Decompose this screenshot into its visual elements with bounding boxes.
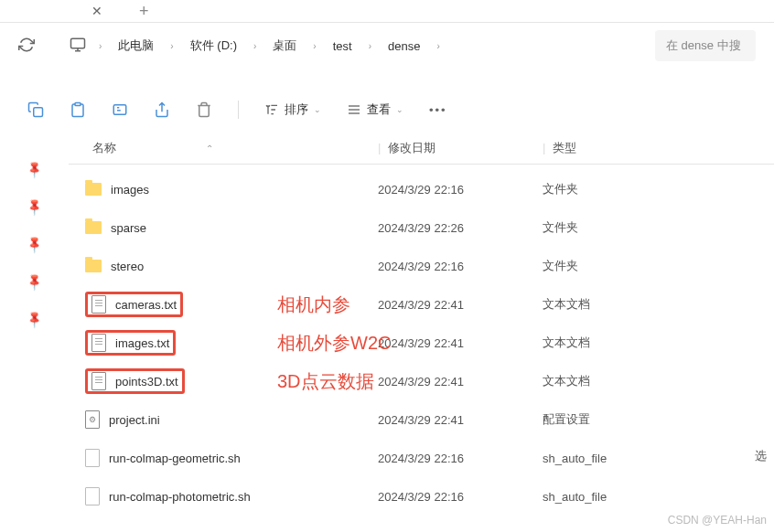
file-row[interactable]: project.ini2024/3/29 22:41配置设置	[69, 400, 774, 439]
pin-icon[interactable]: 📌	[24, 249, 67, 292]
trash-icon[interactable]	[196, 101, 212, 118]
file-name: sparse	[111, 221, 146, 235]
file-name-cell: sparse	[69, 221, 371, 235]
pin-icon[interactable]: 📌	[24, 211, 67, 254]
breadcrumb: › 此电脑 › 软件 (D:) › 桌面 › test › dense ›	[70, 34, 648, 58]
sort-dropdown[interactable]: 排序 ⌄	[264, 101, 321, 118]
file-row[interactable]: images2024/3/29 22:16文件夹	[69, 170, 774, 208]
sort-arrow-icon: ⌃	[206, 144, 213, 154]
column-headers: 名称 ⌃ |修改日期 |类型	[69, 133, 774, 165]
file-row[interactable]: stereo2024/3/29 22:16文件夹	[69, 247, 774, 285]
file-date: 2024/3/29 22:41	[371, 413, 535, 427]
view-label: 查看	[367, 101, 391, 118]
file-list: images2024/3/29 22:16文件夹sparse2024/3/29 …	[69, 165, 774, 521]
svg-rect-3	[34, 108, 43, 117]
breadcrumb-item[interactable]: 此电脑	[111, 34, 161, 58]
file-row[interactable]: 相机外参W2Cimages.txt2024/3/29 22:41文本文档	[69, 324, 774, 362]
file-date: 2024/3/29 22:16	[371, 452, 535, 465]
pin-icon[interactable]: 📌	[24, 286, 67, 329]
nav-bar: › 此电脑 › 软件 (D:) › 桌面 › test › dense › 在 …	[0, 23, 774, 69]
folder-icon	[85, 183, 102, 196]
pin-icon[interactable]: 📌	[24, 174, 67, 217]
share-icon[interactable]	[154, 101, 170, 118]
breadcrumb-item[interactable]: dense	[381, 36, 427, 57]
file-row[interactable]: run-colmap-photometric.sh2024/3/29 22:16…	[69, 477, 774, 516]
file-row[interactable]: 相机内参cameras.txt2024/3/29 22:41文本文档	[69, 285, 774, 324]
chevron-down-icon: ⌄	[396, 105, 403, 114]
svg-rect-4	[75, 103, 81, 106]
chevron-right-icon: ›	[253, 41, 256, 51]
sidebar: 📌 📌 📌 📌 📌	[0, 133, 69, 521]
sort-label: 排序	[285, 101, 308, 118]
file-name: run-colmap-geometric.sh	[109, 452, 241, 465]
file-type: 文件夹	[535, 258, 672, 274]
chevron-right-icon: ›	[170, 41, 173, 51]
copy-icon[interactable]	[27, 101, 44, 118]
folder-icon	[85, 260, 102, 272]
chevron-right-icon: ›	[313, 41, 316, 51]
paste-icon[interactable]	[70, 101, 86, 118]
txt-icon	[91, 372, 106, 390]
tab-bar: ✕ +	[0, 0, 774, 23]
file-name: project.ini	[109, 413, 160, 427]
refresh-icon[interactable]	[18, 37, 35, 56]
file-date: 2024/3/29 22:16	[371, 490, 535, 504]
divider	[238, 101, 239, 119]
svg-rect-0	[71, 38, 85, 48]
file-name: cameras.txt	[115, 298, 177, 312]
file-date: 2024/3/29 22:16	[371, 260, 535, 273]
file-name: images.txt	[115, 336, 169, 350]
annotation: 3D点云数据	[277, 369, 374, 394]
file-type: 配置设置	[535, 411, 672, 428]
file-date: 2024/3/29 22:41	[371, 298, 535, 312]
column-date[interactable]: |修改日期	[371, 140, 535, 156]
file-name-cell: run-colmap-photometric.sh	[69, 487, 371, 505]
sh-icon	[85, 487, 100, 505]
close-icon[interactable]: ✕	[91, 4, 102, 18]
ini-icon	[85, 410, 100, 429]
column-name[interactable]: 名称 ⌃	[69, 140, 371, 156]
breadcrumb-item[interactable]: 桌面	[265, 34, 304, 58]
file-row[interactable]: 3D点云数据points3D.txt2024/3/29 22:41文本文档	[69, 362, 774, 400]
file-row[interactable]: run-colmap-geometric.sh2024/3/29 22:16sh…	[69, 439, 774, 477]
file-type: 文本文档	[535, 296, 672, 313]
breadcrumb-item[interactable]: 软件 (D:)	[183, 34, 244, 58]
monitor-icon	[70, 37, 86, 56]
view-dropdown[interactable]: 查看 ⌄	[347, 101, 403, 118]
file-type: sh_auto_file	[535, 452, 672, 465]
txt-icon	[91, 295, 106, 314]
file-type: 文本文档	[535, 373, 672, 389]
sh-icon	[85, 449, 100, 467]
file-type: 文件夹	[535, 219, 672, 236]
pin-icon[interactable]: 📌	[24, 136, 67, 179]
column-type[interactable]: |类型	[535, 140, 672, 156]
file-name: images	[111, 183, 149, 197]
breadcrumb-item[interactable]: test	[326, 36, 360, 57]
file-name: stereo	[111, 260, 144, 273]
annotation: 相机外参W2C	[277, 331, 391, 356]
file-type: 文件夹	[535, 181, 672, 197]
file-name-cell: stereo	[69, 260, 371, 273]
folder-icon	[85, 221, 102, 234]
file-type: sh_auto_file	[535, 490, 672, 504]
file-name-cell: project.ini	[69, 410, 371, 429]
chevron-right-icon: ›	[436, 41, 439, 51]
file-name-cell: run-colmap-geometric.sh	[69, 449, 371, 467]
file-date: 2024/3/29 22:41	[371, 336, 535, 350]
file-row[interactable]: sparse2024/3/29 22:26文件夹	[69, 208, 774, 247]
file-date: 2024/3/29 22:26	[371, 221, 535, 235]
new-tab-icon[interactable]: +	[139, 2, 149, 21]
chevron-down-icon: ⌄	[314, 105, 321, 114]
search-input[interactable]: 在 dense 中搜	[655, 30, 756, 61]
more-icon[interactable]: •••	[429, 103, 447, 117]
chevron-right-icon: ›	[369, 41, 371, 51]
chevron-right-icon: ›	[99, 41, 102, 51]
file-date: 2024/3/29 22:16	[371, 183, 535, 197]
txt-icon	[91, 334, 106, 352]
select-label: 选	[755, 448, 767, 464]
rename-icon[interactable]	[112, 101, 128, 118]
toolbar: 排序 ⌄ 查看 ⌄ •••	[0, 87, 774, 133]
file-type: 文本文档	[535, 335, 672, 351]
file-name-cell: images	[69, 183, 371, 197]
annotation: 相机内参	[277, 293, 350, 317]
